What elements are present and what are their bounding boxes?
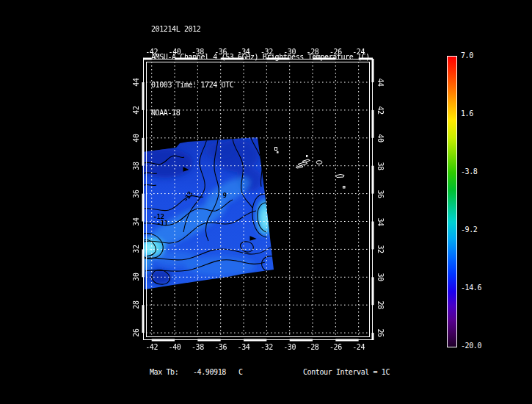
x-axis-bottom-tick-label: -30 (283, 343, 296, 352)
colorbar-tick-label: -9.2 (461, 226, 477, 234)
neatline-segment (244, 339, 266, 342)
neatline-segment (142, 82, 145, 110)
neatline-segment (335, 339, 358, 342)
title-line-satellite: NOAA-18 (151, 109, 370, 118)
neatline-segment (142, 305, 145, 333)
x-axis-bottom-tick-label: -36 (214, 343, 227, 352)
y-axis-left-tick-label: 28 (132, 301, 141, 309)
x-axis-top-tick-label: -38 (192, 48, 204, 57)
colorbar-tick-label: 1.6 (461, 109, 473, 118)
x-axis-bottom-tick-label: -42 (145, 343, 158, 352)
x-axis-top-tick-label: -30 (283, 48, 296, 57)
neatline-segment (372, 110, 374, 138)
y-axis-left-tick-label: 44 (132, 78, 141, 86)
y-axis-left-tick-label: 32 (132, 245, 141, 253)
neatline-segment (372, 277, 374, 305)
y-axis-right-tick-label: 26 (376, 328, 385, 336)
plot-canvas: 201214L 2012 AMSU-A Channel 4 (53.6GHz) … (0, 0, 532, 404)
x-axis-top-tick-label: -24 (352, 48, 365, 57)
neatline-segment (372, 222, 374, 250)
title-line-orbit-id: 201214L 2012 (151, 25, 370, 35)
neatline-segment (143, 58, 152, 60)
neatline-segment (197, 339, 220, 342)
colorbar-tick-label: -14.6 (461, 284, 481, 292)
x-axis-top-tick-label: -32 (260, 48, 273, 57)
x-axis-bottom-tick-label: -40 (169, 343, 181, 352)
neatline-segment (372, 333, 374, 340)
y-axis-left-tick-label: 40 (132, 134, 141, 142)
y-axis-left-tick-label: 30 (132, 273, 141, 281)
x-axis-bottom-tick-label: -28 (307, 343, 319, 352)
y-axis-left-tick-label: 26 (132, 328, 141, 336)
y-axis-right-tick-label: 28 (376, 301, 385, 309)
neatline-segment (142, 138, 145, 166)
y-axis-right-tick-label: 40 (376, 134, 385, 142)
neatline-segment (142, 194, 145, 222)
y-axis-left-tick-label: 38 (132, 162, 141, 170)
x-axis-top-tick-label: -36 (214, 48, 227, 57)
neatline-segment (372, 59, 374, 82)
contour-label: 9 (223, 192, 227, 199)
x-axis-bottom-tick-label: -38 (192, 343, 204, 352)
y-axis-right-tick-label: 30 (376, 273, 385, 281)
y-axis-left-tick-label: 42 (132, 106, 141, 114)
x-axis-bottom-tick-label: -32 (260, 343, 273, 352)
y-axis-left-tick-label: 36 (132, 190, 141, 198)
neatline-segment (372, 166, 374, 194)
x-axis-top-tick-label: -28 (307, 48, 319, 57)
title-block: 201214L 2012 AMSU-A Channel 4 (53.6GHz) … (151, 7, 370, 136)
x-axis-top-tick-label: -42 (145, 48, 158, 57)
neatline-segment (142, 249, 145, 277)
title-line-time: 01003 Time: 1724 UTC (151, 81, 370, 90)
max-tb-value: -4.90918 (193, 368, 226, 377)
neatline-segment (290, 339, 313, 342)
x-axis-bottom-tick-label: -24 (352, 343, 365, 352)
x-axis-top-tick-label: -34 (238, 48, 250, 57)
neatline-segment (152, 339, 175, 342)
x-axis-bottom-tick-label: -26 (329, 343, 342, 352)
colorbar-tick-label: -3.8 (461, 167, 477, 176)
colorbar-tick-label: -20.0 (461, 342, 481, 350)
colorbar-gradient (447, 56, 457, 347)
colorbar-tick-label: 7.0 (461, 51, 473, 60)
y-axis-right-tick-label: 38 (376, 162, 385, 170)
y-axis-left-tick-label: 34 (132, 217, 141, 226)
x-axis-top-tick-label: -40 (169, 48, 181, 57)
y-axis-right-tick-label: 36 (376, 190, 385, 198)
y-axis-right-tick-label: 44 (376, 78, 385, 86)
contour-label: -11 (157, 220, 168, 227)
island-coastlines (275, 148, 346, 189)
y-axis-right-tick-label: 34 (376, 217, 385, 226)
max-tb-label: Max Tb: (150, 368, 178, 377)
y-axis-right-tick-label: 42 (376, 106, 385, 114)
y-axis-right-tick-label: 32 (376, 245, 385, 253)
max-tb-unit: C (238, 368, 243, 377)
contour-interval-label: Contour Interval = 1C (303, 368, 390, 377)
x-axis-bottom-tick-label: -34 (238, 343, 250, 352)
x-axis-top-tick-label: -26 (329, 48, 342, 57)
